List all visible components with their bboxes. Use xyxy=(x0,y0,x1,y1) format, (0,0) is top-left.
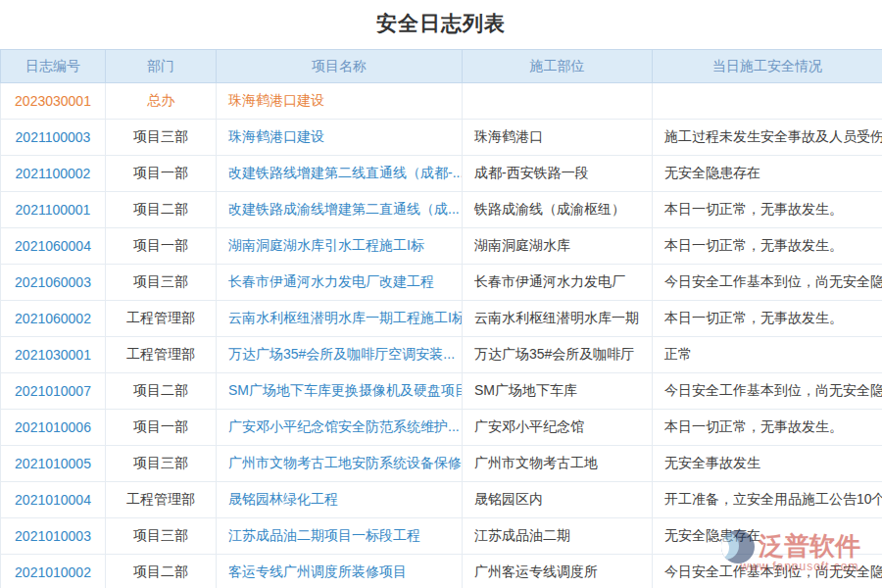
project-name-cell: 湖南洞庭湖水库引水工程施工I标 xyxy=(217,228,463,265)
table-row: 2021010007项目二部SM广场地下车库更换摄像机及硬盘项目SM广场地下车库… xyxy=(1,373,882,410)
project-name-link[interactable]: 云南水利枢纽潜明水库一期工程施工I标 xyxy=(228,310,463,325)
department-cell: 工程管理部 xyxy=(106,337,217,373)
department-cell: 项目二部 xyxy=(106,373,217,410)
location-cell: 珠海鹤港口 xyxy=(463,120,653,156)
location-cell: 广州客运专线调度所 xyxy=(463,555,653,588)
department-cell: 项目一部 xyxy=(106,410,217,446)
status-cell: 今日安全工作基本到位，尚无安全隐患... xyxy=(653,373,882,410)
log-id-cell: 2021010003 xyxy=(1,518,106,555)
status-cell: 今日安全工作基本到位，尚无安全隐患... xyxy=(653,265,882,301)
location-cell: 铁路成渝线（成渝枢纽） xyxy=(463,192,653,228)
log-id-link[interactable]: 2021010006 xyxy=(15,419,91,435)
project-name-cell: 晟铭园林绿化工程 xyxy=(217,482,463,518)
table-row: 2021010003项目三部江苏成品油二期项目一标段工程江苏成品油二期无安全隐患… xyxy=(1,518,882,555)
log-id-cell: 2021010007 xyxy=(1,373,106,410)
log-id-link[interactable]: 2021060003 xyxy=(15,274,91,290)
location-cell: 成都-西安铁路一段 xyxy=(463,156,653,192)
project-name-link[interactable]: 珠海鹤港口建设 xyxy=(228,92,324,108)
safety-log-table: 日志编号 部门 项目名称 施工部位 当日施工安全情况 2023030001总办珠… xyxy=(0,49,882,588)
department-cell: 工程管理部 xyxy=(106,482,217,518)
log-id-cell: 2021060002 xyxy=(1,301,106,337)
department-cell: 项目二部 xyxy=(106,555,217,588)
project-name-cell: 江苏成品油二期项目一标段工程 xyxy=(217,518,463,555)
project-name-cell: 长春市伊通河水力发电厂改建工程 xyxy=(217,265,463,301)
project-name-link[interactable]: 江苏成品油二期项目一标段工程 xyxy=(228,527,420,543)
project-name-link[interactable]: 万达广场35#会所及咖啡厅空调安装... xyxy=(228,346,455,362)
department-cell: 项目一部 xyxy=(106,228,217,265)
table-row: 2023030001总办珠海鹤港口建设 xyxy=(1,83,882,120)
table-row: 2021010004工程管理部晟铭园林绿化工程晟铭园区内开工准备，立安全用品施工… xyxy=(1,482,882,518)
log-id-cell: 2021100003 xyxy=(1,120,106,156)
project-name-link[interactable]: 晟铭园林绿化工程 xyxy=(228,491,338,507)
column-header-location: 施工部位 xyxy=(463,50,653,83)
project-name-link[interactable]: 改建铁路成渝线增建第二直通线（成... xyxy=(228,201,460,217)
status-cell: 今日安全工作基本到位，尚无安全隐患... xyxy=(653,555,882,588)
log-id-link[interactable]: 2021010004 xyxy=(15,492,91,508)
log-id-link[interactable]: 2021010003 xyxy=(15,528,91,544)
location-cell: SM广场地下车库 xyxy=(463,373,653,410)
project-name-cell: 万达广场35#会所及咖啡厅空调安装... xyxy=(217,337,463,373)
department-cell: 项目二部 xyxy=(106,192,217,228)
project-name-link[interactable]: 改建铁路线增建第二线直通线（成都-... xyxy=(228,165,463,180)
log-id-link[interactable]: 2021010002 xyxy=(15,564,91,580)
project-name-link[interactable]: SM广场地下车库更换摄像机及硬盘项目 xyxy=(228,382,463,398)
status-cell: 施工过程未发生安全事故及人员受伤情况 xyxy=(653,120,882,156)
department-cell: 工程管理部 xyxy=(106,301,217,337)
project-name-cell: 广安邓小平纪念馆安全防范系统维护... xyxy=(217,410,463,446)
location-cell xyxy=(463,83,653,120)
log-id-link[interactable]: 2021100001 xyxy=(16,202,91,218)
table-row: 2021100001项目二部改建铁路成渝线增建第二直通线（成...铁路成渝线（成… xyxy=(1,192,882,228)
table-row: 2021060003项目三部长春市伊通河水力发电厂改建工程长春市伊通河水力发电厂… xyxy=(1,265,882,301)
log-table-body: 2023030001总办珠海鹤港口建设2021100003项目三部珠海鹤港口建设… xyxy=(1,83,882,588)
project-name-link[interactable]: 湖南洞庭湖水库引水工程施工I标 xyxy=(228,237,424,253)
status-cell: 本日一切正常，无事故发生。 xyxy=(653,228,882,265)
log-id-cell: 2021060003 xyxy=(1,265,106,301)
location-cell: 广州市文物考古工地 xyxy=(463,446,653,482)
location-cell: 湖南洞庭湖水库 xyxy=(463,228,653,265)
table-row: 2021010005项目三部广州市文物考古工地安防系统设备保修广州市文物考古工地… xyxy=(1,446,882,482)
log-id-link[interactable]: 2021060002 xyxy=(15,311,91,326)
status-cell: 正常 xyxy=(653,337,882,373)
status-cell: 无安全隐患存在 xyxy=(653,156,882,192)
project-name-link[interactable]: 客运专线广州调度所装修项目 xyxy=(228,564,407,579)
log-id-link[interactable]: 2021010005 xyxy=(15,456,91,471)
log-id-link[interactable]: 2021100003 xyxy=(16,129,91,145)
table-row: 2021060002工程管理部云南水利枢纽潜明水库一期工程施工I标云南水利枢纽潜… xyxy=(1,301,882,337)
log-id-cell: 2021100001 xyxy=(1,192,106,228)
status-cell: 本日一切正常，无事故发生。 xyxy=(653,301,882,337)
log-id-link[interactable]: 2021060004 xyxy=(15,238,91,254)
location-cell: 广安邓小平纪念馆 xyxy=(463,410,653,446)
status-cell xyxy=(653,83,882,120)
project-name-cell: 改建铁路线增建第二线直通线（成都-... xyxy=(217,156,463,192)
log-id-cell: 2021010005 xyxy=(1,446,106,482)
project-name-link[interactable]: 广州市文物考古工地安防系统设备保修 xyxy=(228,455,462,470)
column-header-department: 部门 xyxy=(106,50,217,83)
department-cell: 项目一部 xyxy=(106,156,217,192)
project-name-link[interactable]: 珠海鹤港口建设 xyxy=(228,128,324,144)
department-cell: 总办 xyxy=(106,83,217,120)
department-cell: 项目三部 xyxy=(106,120,217,156)
column-header-safety-status: 当日施工安全情况 xyxy=(653,50,882,83)
status-cell: 本日一切正常，无事故发生。 xyxy=(653,410,882,446)
log-id-cell: 2021060004 xyxy=(1,228,106,265)
project-name-link[interactable]: 广安邓小平纪念馆安全防范系统维护... xyxy=(228,418,460,434)
project-name-link[interactable]: 长春市伊通河水力发电厂改建工程 xyxy=(228,273,434,289)
log-id-cell: 2023030001 xyxy=(1,83,106,120)
status-cell: 本日一切正常，无事故发生。 xyxy=(653,192,882,228)
page-title: 安全日志列表 xyxy=(0,0,882,49)
table-row: 2021030001工程管理部万达广场35#会所及咖啡厅空调安装...万达广场3… xyxy=(1,337,882,373)
location-cell: 长春市伊通河水力发电厂 xyxy=(463,265,653,301)
status-cell: 开工准备，立安全用品施工公告10个，... xyxy=(653,482,882,518)
log-id-link[interactable]: 2021030001 xyxy=(15,347,91,363)
status-cell: 无安全事故发生 xyxy=(653,446,882,482)
table-header: 日志编号 部门 项目名称 施工部位 当日施工安全情况 xyxy=(1,50,882,83)
log-id-link[interactable]: 2021010007 xyxy=(15,383,91,399)
location-cell: 万达广场35#会所及咖啡厅 xyxy=(463,337,653,373)
table-row: 2021100003项目三部珠海鹤港口建设珠海鹤港口施工过程未发生安全事故及人员… xyxy=(1,120,882,156)
project-name-cell: SM广场地下车库更换摄像机及硬盘项目 xyxy=(217,373,463,410)
column-header-project-name: 项目名称 xyxy=(217,50,463,83)
status-cell: 无安全隐患存在 xyxy=(653,518,882,555)
department-cell: 项目三部 xyxy=(106,446,217,482)
log-id-link[interactable]: 2023030001 xyxy=(15,93,91,109)
log-id-link[interactable]: 2021100002 xyxy=(16,166,91,181)
